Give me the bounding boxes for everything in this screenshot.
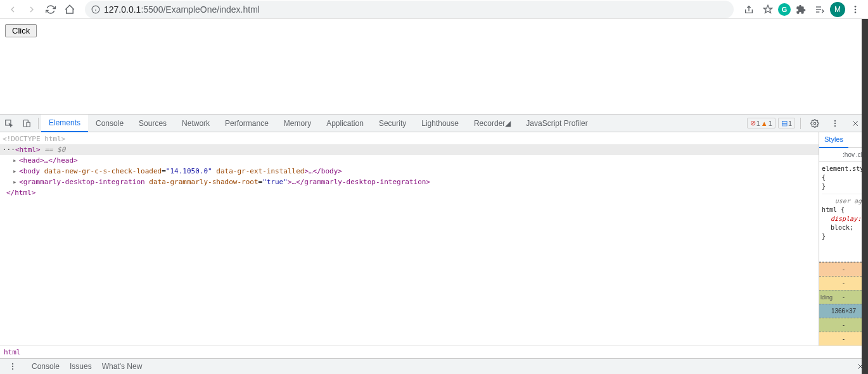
- page-scrollbar[interactable]: [862, 19, 868, 374]
- styles-tab[interactable]: Styles: [819, 132, 848, 148]
- svg-point-20: [12, 368, 13, 370]
- reload-button[interactable]: [42, 1, 60, 18]
- dom-grammarly[interactable]: ▸<grammarly-desktop-integration data-gra…: [0, 177, 819, 187]
- box-margin: -: [819, 262, 868, 276]
- svg-point-12: [814, 122, 816, 125]
- tab-elements[interactable]: Elements: [41, 115, 88, 132]
- drawer-tab-whatsnew[interactable]: What's New: [102, 362, 143, 371]
- warning-count: 1: [769, 120, 772, 127]
- svg-point-8: [855, 11, 857, 13]
- tab-security[interactable]: Security: [371, 115, 414, 132]
- styles-rules[interactable]: element.style { } user ag… html { displa…: [819, 162, 868, 261]
- back-button[interactable]: [4, 1, 22, 18]
- menu-icon[interactable]: [846, 1, 864, 18]
- styles-panel: Styles » :hov .cls element.style { } use…: [819, 132, 868, 346]
- home-button[interactable]: [61, 1, 79, 18]
- bookmark-icon[interactable]: [759, 1, 777, 18]
- tab-sources[interactable]: Sources: [131, 115, 174, 132]
- browser-toolbar: 127.0.0.1:5500/ExampleOne/index.html G M: [0, 0, 868, 19]
- devtools-tab-bar: Elements Console Sources Network Perform…: [0, 115, 868, 132]
- share-icon[interactable]: [740, 1, 758, 18]
- inspect-icon[interactable]: [0, 115, 18, 132]
- settings-icon[interactable]: [806, 115, 824, 132]
- message-count: 1: [788, 120, 792, 127]
- tab-console[interactable]: Console: [88, 115, 131, 132]
- devtools-panel: Elements Console Sources Network Perform…: [0, 114, 868, 358]
- forward-button[interactable]: [23, 1, 41, 18]
- svg-point-15: [834, 125, 836, 126]
- click-button[interactable]: Click: [5, 24, 37, 37]
- device-toggle-icon[interactable]: [18, 115, 35, 132]
- dom-head[interactable]: ▸<head>…</head>: [0, 155, 819, 166]
- profile-avatar[interactable]: M: [830, 2, 845, 17]
- svg-point-19: [12, 366, 13, 367]
- svg-point-14: [834, 122, 836, 123]
- more-icon[interactable]: [826, 115, 844, 132]
- recorder-beta-icon: ◢: [505, 119, 511, 128]
- tab-application[interactable]: Application: [319, 115, 371, 132]
- tab-lighthouse[interactable]: Lighthouse: [414, 115, 466, 132]
- page-content: Click: [0, 19, 868, 114]
- tab-recorder[interactable]: Recorder ◢: [466, 115, 518, 132]
- dom-doctype[interactable]: <!DOCTYPE html>: [0, 134, 819, 144]
- drawer-tab-issues[interactable]: Issues: [70, 362, 92, 371]
- grammarly-extension-icon[interactable]: G: [778, 3, 791, 16]
- svg-point-6: [855, 6, 857, 8]
- elements-breadcrumb[interactable]: html: [0, 346, 868, 358]
- dom-body[interactable]: ▸<body data-new-gr-c-s-check-loaded="14.…: [0, 166, 819, 177]
- error-count: 1: [756, 120, 760, 127]
- extensions-icon[interactable]: [792, 1, 810, 18]
- url-text: 127.0.0.1:5500/ExampleOne/index.html: [104, 4, 260, 15]
- box-model: - - lding- 1366×37 - -: [819, 261, 868, 346]
- svg-point-18: [12, 363, 13, 365]
- elements-tree[interactable]: <!DOCTYPE html> ···<html> == $0 ▸<head>……: [0, 132, 819, 346]
- dom-html-close[interactable]: </html>: [0, 187, 819, 198]
- box-border: -: [819, 276, 868, 290]
- svg-point-13: [834, 120, 836, 121]
- info-icon[interactable]: [91, 5, 100, 14]
- drawer-menu-icon[interactable]: [4, 358, 22, 374]
- tab-network[interactable]: Network: [174, 115, 217, 132]
- hov-toggle[interactable]: :hov: [843, 151, 855, 158]
- error-icon: ⊘: [750, 119, 756, 127]
- tab-jsprofiler[interactable]: JavaScript Profiler: [518, 115, 595, 132]
- reading-list-icon[interactable]: [811, 1, 829, 18]
- error-warning-badge[interactable]: ⊘1 ▲1: [747, 118, 775, 128]
- message-icon: ▤: [781, 119, 788, 127]
- tab-memory[interactable]: Memory: [276, 115, 319, 132]
- devtools-drawer: Console Issues What's New: [0, 358, 868, 374]
- dom-html[interactable]: ···<html> == $0: [0, 144, 819, 155]
- tab-performance[interactable]: Performance: [217, 115, 276, 132]
- svg-rect-11: [27, 122, 30, 127]
- drawer-tab-console[interactable]: Console: [32, 362, 60, 371]
- svg-point-7: [855, 8, 857, 10]
- box-content: 1366×37: [819, 304, 868, 318]
- messages-badge[interactable]: ▤1: [778, 118, 795, 128]
- address-bar[interactable]: 127.0.0.1:5500/ExampleOne/index.html: [85, 1, 734, 18]
- warning-icon: ▲: [761, 120, 768, 127]
- box-padding: lding-: [819, 290, 868, 304]
